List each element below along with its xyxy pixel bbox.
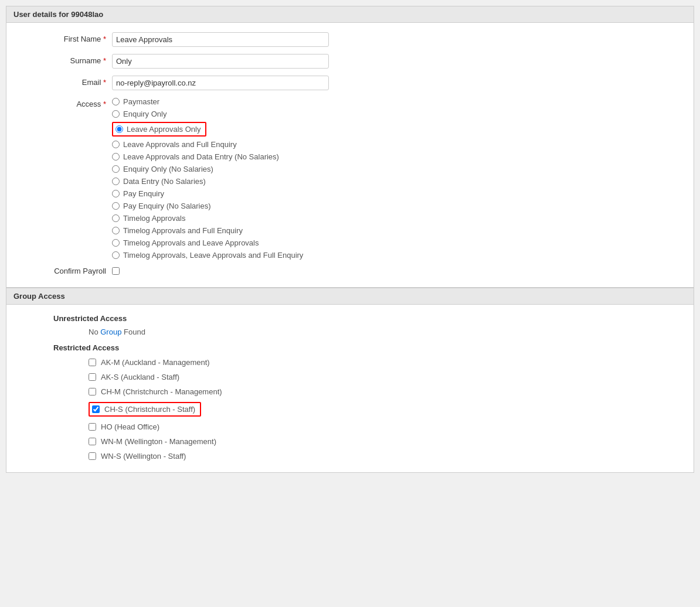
access-label-leave-approvals-full: Leave Approvals and Full Enquiry bbox=[123, 140, 237, 149]
access-option-data-entry-no-salaries: Data Entry (No Salaries) bbox=[112, 177, 303, 186]
access-label-paymaster: Paymaster bbox=[123, 97, 159, 106]
user-details-header: User details for 99048lao bbox=[6, 6, 694, 23]
access-radio-pay-enquiry[interactable] bbox=[112, 190, 120, 197]
first-name-label: First Name * bbox=[18, 32, 112, 43]
group-checkbox-akm[interactable] bbox=[89, 359, 96, 366]
group-chm: CH-M (Christchurch - Management) bbox=[89, 387, 682, 396]
email-label: Email * bbox=[18, 76, 112, 87]
group-label-chs: CH-S (Christchurch - Staff) bbox=[104, 405, 195, 414]
group-link[interactable]: Group bbox=[100, 328, 121, 336]
group-label-wns: WN-S (Wellington - Staff) bbox=[101, 452, 186, 461]
access-option-pay-enquiry: Pay Enquiry bbox=[112, 189, 303, 198]
access-radio-timelog-full[interactable] bbox=[112, 227, 120, 234]
access-label-timelog-leave-full: Timelog Approvals, Leave Approvals and F… bbox=[123, 251, 303, 260]
access-option-enquiry-only: Enquiry Only bbox=[112, 110, 303, 118]
access-radio-timelog-leave[interactable] bbox=[112, 239, 120, 247]
user-details-title: User details for 99048lao bbox=[13, 10, 103, 19]
group-checkbox-chm[interactable] bbox=[89, 388, 96, 395]
access-option-leave-approvals-only: Leave Approvals Only bbox=[112, 122, 303, 137]
group-label-ho: HO (Head Office) bbox=[101, 422, 159, 431]
access-label-leave-approvals-only: Leave Approvals Only bbox=[127, 125, 201, 134]
access-option-enquiry-no-salaries: Enquiry Only (No Salaries) bbox=[112, 165, 303, 173]
group-aks: AK-S (Auckland - Staff) bbox=[89, 373, 682, 381]
group-checkbox-chs[interactable] bbox=[92, 405, 100, 413]
access-option-paymaster: Paymaster bbox=[112, 97, 303, 106]
group-checkbox-group: AK-M (Auckland - Management) AK-S (Auckl… bbox=[18, 358, 682, 461]
access-option-leave-approvals-full: Leave Approvals and Full Enquiry bbox=[112, 140, 303, 149]
access-radio-group: Paymaster Enquiry Only Leave Approvals O… bbox=[112, 97, 303, 260]
group-access-card: Group Access Unrestricted Access No Grou… bbox=[6, 288, 694, 473]
access-label-pay-enquiry-no-salaries: Pay Enquiry (No Salaries) bbox=[123, 202, 211, 210]
surname-row: Surname * bbox=[18, 54, 682, 69]
highlighted-leave-approvals: Leave Approvals Only bbox=[112, 122, 206, 137]
group-akm: AK-M (Auckland - Management) bbox=[89, 358, 682, 367]
page-wrapper: User details for 99048lao First Name * S… bbox=[0, 0, 700, 479]
access-radio-timelog-leave-full[interactable] bbox=[112, 251, 120, 259]
highlighted-chs: CH-S (Christchurch - Staff) bbox=[89, 402, 201, 417]
first-name-row: First Name * bbox=[18, 32, 682, 47]
access-label-enquiry-no-salaries: Enquiry Only (No Salaries) bbox=[123, 165, 213, 173]
access-option-timelog-leave-full: Timelog Approvals, Leave Approvals and F… bbox=[112, 251, 303, 260]
group-label-wnm: WN-M (Wellington - Management) bbox=[101, 437, 216, 446]
group-label-akm: AK-M (Auckland - Management) bbox=[101, 358, 210, 367]
access-option-pay-enquiry-no-salaries: Pay Enquiry (No Salaries) bbox=[112, 202, 303, 210]
group-access-title: Group Access bbox=[13, 292, 65, 301]
access-label-timelog-full: Timelog Approvals and Full Enquiry bbox=[123, 226, 243, 235]
group-access-body: Unrestricted Access No Group Found Restr… bbox=[6, 305, 694, 472]
group-checkbox-aks[interactable] bbox=[89, 373, 96, 381]
confirm-payroll-label: Confirm Payroll bbox=[18, 267, 112, 275]
access-label-enquiry-only: Enquiry Only bbox=[123, 110, 166, 118]
group-label-chm: CH-M (Christchurch - Management) bbox=[101, 387, 222, 396]
confirm-payroll-checkbox[interactable] bbox=[112, 267, 120, 275]
group-chs: CH-S (Christchurch - Staff) bbox=[89, 402, 682, 417]
user-details-card: User details for 99048lao First Name * S… bbox=[6, 6, 694, 288]
access-label-timelog-leave: Timelog Approvals and Leave Approvals bbox=[123, 238, 259, 247]
access-radio-enquiry-only[interactable] bbox=[112, 110, 120, 118]
user-details-body: First Name * Surname * Email * bbox=[6, 23, 694, 287]
access-label-leave-approvals-data: Leave Approvals and Data Entry (No Salar… bbox=[123, 152, 279, 161]
access-radio-paymaster[interactable] bbox=[112, 98, 120, 105]
unrestricted-access-title: Unrestricted Access bbox=[18, 314, 682, 323]
confirm-payroll-row: Confirm Payroll bbox=[18, 267, 682, 275]
access-radio-pay-enquiry-no-salaries[interactable] bbox=[112, 202, 120, 210]
access-radio-timelog-approvals[interactable] bbox=[112, 214, 120, 222]
group-checkbox-ho[interactable] bbox=[89, 423, 96, 431]
email-row: Email * bbox=[18, 76, 682, 90]
no-group-text: No Group Found bbox=[18, 328, 682, 336]
access-radio-leave-approvals-full[interactable] bbox=[112, 141, 120, 148]
access-option-timelog-full: Timelog Approvals and Full Enquiry bbox=[112, 226, 303, 235]
restricted-access-title: Restricted Access bbox=[18, 343, 682, 352]
group-wns: WN-S (Wellington - Staff) bbox=[89, 452, 682, 461]
access-radio-enquiry-no-salaries[interactable] bbox=[112, 165, 120, 173]
access-label-timelog-approvals: Timelog Approvals bbox=[123, 214, 185, 223]
surname-label: Surname * bbox=[18, 54, 112, 65]
group-wnm: WN-M (Wellington - Management) bbox=[89, 437, 682, 446]
group-checkbox-wns[interactable] bbox=[89, 452, 96, 460]
group-access-header: Group Access bbox=[6, 288, 694, 305]
surname-input[interactable] bbox=[112, 54, 329, 69]
access-option-timelog-leave: Timelog Approvals and Leave Approvals bbox=[112, 238, 303, 247]
group-label-aks: AK-S (Auckland - Staff) bbox=[101, 373, 179, 381]
access-label-pay-enquiry: Pay Enquiry bbox=[123, 189, 164, 198]
access-row: Access * Paymaster Enquiry Only bbox=[18, 97, 682, 260]
email-input[interactable] bbox=[112, 76, 329, 90]
access-option-timelog-approvals: Timelog Approvals bbox=[112, 214, 303, 223]
access-radio-leave-approvals-data[interactable] bbox=[112, 153, 120, 161]
group-checkbox-wnm[interactable] bbox=[89, 438, 96, 445]
access-label-data-entry-no-salaries: Data Entry (No Salaries) bbox=[123, 177, 206, 186]
access-option-leave-approvals-data: Leave Approvals and Data Entry (No Salar… bbox=[112, 152, 303, 161]
group-ho: HO (Head Office) bbox=[89, 422, 682, 431]
access-radio-data-entry-no-salaries[interactable] bbox=[112, 178, 120, 185]
first-name-input[interactable] bbox=[112, 32, 329, 47]
access-radio-leave-approvals-only[interactable] bbox=[115, 125, 123, 133]
access-label: Access * bbox=[18, 97, 112, 108]
